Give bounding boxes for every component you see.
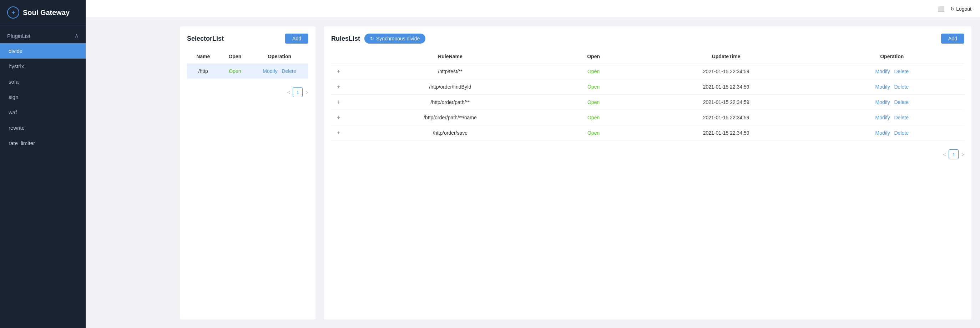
rule-name: /http/order/path/** [346, 95, 554, 110]
selector-panel: SelectorList Add Name Open Operation /ht… [180, 26, 315, 319]
selector-col-open: Open [220, 49, 251, 64]
rules-table: RuleName Open UpdateTime Operation + /ht… [331, 49, 964, 141]
rule-operations: Modify Delete [820, 95, 964, 110]
logout-icon: ↻ [950, 6, 955, 12]
rule-name: /http/order/save [346, 125, 554, 141]
table-row: + /http/order/findById Open 2021-01-15 2… [331, 79, 964, 95]
sync-icon: ↻ [370, 36, 374, 42]
rules-add-button[interactable]: Add [941, 34, 964, 43]
rule-operations: Modify Delete [820, 64, 964, 79]
sidebar-item-waf[interactable]: waf [0, 105, 86, 120]
monitor-icon[interactable]: ⬜ [937, 5, 945, 12]
rule-operations: Modify Delete [820, 125, 964, 141]
logout-label: Logout [956, 6, 971, 12]
rules-col-rulename: RuleName [346, 49, 554, 64]
main-content: SelectorList Add Name Open Operation /ht… [171, 18, 980, 328]
rule-update-time: 2021-01-15 22:34:59 [633, 110, 820, 125]
sidebar-item-rewrite[interactable]: rewrite [0, 120, 86, 135]
selector-table: Name Open Operation /http Open Modify De… [187, 49, 309, 78]
rule-name: /http/order/findById [346, 79, 554, 95]
plugin-list-group[interactable]: PluginList ∧ [0, 28, 86, 43]
selector-next-btn[interactable]: > [305, 90, 309, 95]
rule-open-status: Open [555, 125, 633, 141]
selector-open-status: Open [220, 64, 251, 78]
selector-col-name: Name [187, 49, 220, 64]
rule-update-time: 2021-01-15 22:34:59 [633, 79, 820, 95]
selector-panel-header: SelectorList Add [187, 34, 309, 43]
topbar: ⬜ ↻ Logout [86, 0, 980, 18]
rule-operations: Modify Delete [820, 110, 964, 125]
selector-prev-btn[interactable]: < [287, 90, 290, 95]
rule-modify-link[interactable]: Modify [875, 69, 890, 74]
rules-header-left: RulesList ↻ Synchronous divide [331, 34, 425, 43]
expand-btn[interactable]: + [331, 64, 346, 79]
nav-items: dividehystrixsofasignwafrewriterate_limi… [0, 43, 86, 151]
table-row: + /http/order/path/** Open 2021-01-15 22… [331, 95, 964, 110]
rule-open-status: Open [555, 110, 633, 125]
rules-col-updatetime: UpdateTime [633, 49, 820, 64]
selector-delete-link[interactable]: Delete [282, 68, 296, 74]
logout-button[interactable]: ↻ Logout [950, 6, 971, 12]
sync-label: Synchronous divide [376, 36, 420, 42]
rules-col-open: Open [555, 49, 633, 64]
selector-pagination: < 1 > [187, 84, 309, 97]
rule-open-status: Open [555, 79, 633, 95]
rules-panel-header: RulesList ↻ Synchronous divide Add [331, 34, 964, 43]
chevron-up-icon: ∧ [75, 32, 78, 39]
table-row: + /http/order/save Open 2021-01-15 22:34… [331, 125, 964, 141]
rule-modify-link[interactable]: Modify [875, 99, 890, 105]
selector-modify-link[interactable]: Modify [262, 68, 277, 74]
nav-section: PluginList ∧ dividehystrixsofasignwafrew… [0, 26, 86, 154]
rule-operations: Modify Delete [820, 79, 964, 95]
rule-delete-link[interactable]: Delete [894, 130, 908, 136]
selector-col-operation: Operation [251, 49, 309, 64]
rules-panel-title: RulesList [331, 35, 360, 43]
selector-panel-title: SelectorList [187, 35, 224, 43]
table-row[interactable]: /http Open Modify Delete [187, 64, 309, 78]
expand-btn[interactable]: + [331, 125, 346, 141]
rule-modify-link[interactable]: Modify [875, 84, 890, 90]
selector-add-button[interactable]: Add [285, 34, 309, 43]
rule-modify-link[interactable]: Modify [875, 130, 890, 136]
plugin-list-label: PluginList [7, 33, 30, 39]
rule-delete-link[interactable]: Delete [894, 84, 908, 90]
expand-btn[interactable]: + [331, 110, 346, 125]
selector-name: /http [187, 64, 220, 78]
sidebar: ✦ Soul Gateway PluginList ∧ dividehystri… [0, 0, 86, 328]
rule-name: /http/test/** [346, 64, 554, 79]
table-row: + /http/order/path/**/name Open 2021-01-… [331, 110, 964, 125]
rule-open-status: Open [555, 64, 633, 79]
rules-pagination: < 1 > [331, 147, 964, 159]
sidebar-item-divide[interactable]: divide [0, 43, 86, 59]
rule-update-time: 2021-01-15 22:34:59 [633, 95, 820, 110]
app-title: Soul Gateway [23, 9, 70, 17]
sidebar-item-sofa[interactable]: sofa [0, 74, 86, 89]
rules-prev-btn[interactable]: < [943, 152, 946, 157]
sync-button[interactable]: ↻ Synchronous divide [364, 34, 425, 43]
rule-open-status: Open [555, 95, 633, 110]
table-row: + /http/test/** Open 2021-01-15 22:34:59… [331, 64, 964, 79]
rules-panel: RulesList ↻ Synchronous divide Add RuleN… [324, 26, 971, 319]
rule-update-time: 2021-01-15 22:34:59 [633, 64, 820, 79]
rule-delete-link[interactable]: Delete [894, 69, 908, 74]
sidebar-header: ✦ Soul Gateway [0, 0, 86, 26]
rules-page-1[interactable]: 1 [948, 149, 959, 159]
sidebar-item-hystrix[interactable]: hystrix [0, 59, 86, 74]
sidebar-item-sign[interactable]: sign [0, 89, 86, 105]
expand-btn[interactable]: + [331, 79, 346, 95]
rule-delete-link[interactable]: Delete [894, 99, 908, 105]
rules-next-btn[interactable]: > [961, 152, 964, 157]
selector-page-1[interactable]: 1 [293, 87, 303, 97]
app-logo-icon: ✦ [7, 6, 19, 19]
rules-col-operation: Operation [820, 49, 964, 64]
sidebar-item-rate_limiter[interactable]: rate_limiter [0, 135, 86, 151]
rule-update-time: 2021-01-15 22:34:59 [633, 125, 820, 141]
rule-name: /http/order/path/**/name [346, 110, 554, 125]
selector-operations: Modify Delete [251, 64, 309, 78]
rule-modify-link[interactable]: Modify [875, 115, 890, 120]
topbar-actions: ⬜ ↻ Logout [937, 5, 971, 12]
rule-delete-link[interactable]: Delete [894, 115, 908, 120]
rules-col-expand [331, 49, 346, 64]
expand-btn[interactable]: + [331, 95, 346, 110]
